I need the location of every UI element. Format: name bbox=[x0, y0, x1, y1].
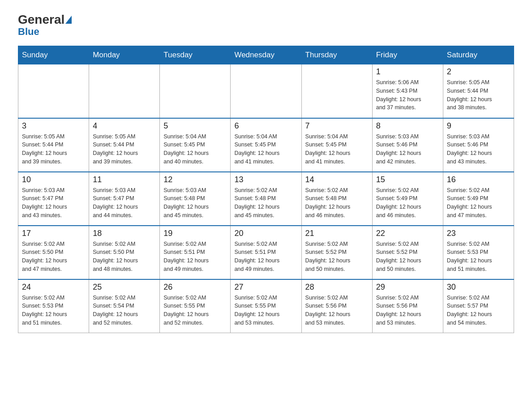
day-number: 19 bbox=[163, 229, 227, 238]
weekday-header-saturday: Saturday bbox=[443, 46, 514, 64]
day-info: Sunrise: 5:02 AM Sunset: 5:57 PM Dayligh… bbox=[447, 294, 510, 327]
calendar-cell: 29Sunrise: 5:02 AM Sunset: 5:56 PM Dayli… bbox=[372, 279, 443, 333]
day-info: Sunrise: 5:03 AM Sunset: 5:46 PM Dayligh… bbox=[447, 133, 510, 166]
day-number: 12 bbox=[163, 175, 227, 184]
calendar-cell: 12Sunrise: 5:03 AM Sunset: 5:48 PM Dayli… bbox=[160, 172, 231, 226]
day-info: Sunrise: 5:03 AM Sunset: 5:48 PM Dayligh… bbox=[163, 186, 227, 220]
day-number: 24 bbox=[22, 283, 85, 292]
calendar-cell: 19Sunrise: 5:02 AM Sunset: 5:51 PM Dayli… bbox=[160, 226, 231, 279]
day-number: 21 bbox=[305, 229, 369, 238]
day-number: 1 bbox=[376, 67, 439, 77]
day-info: Sunrise: 5:02 AM Sunset: 5:50 PM Dayligh… bbox=[93, 240, 156, 274]
weekday-header-sunday: Sunday bbox=[18, 46, 89, 64]
day-info: Sunrise: 5:04 AM Sunset: 5:45 PM Dayligh… bbox=[305, 133, 369, 166]
weekday-header-wednesday: Wednesday bbox=[231, 46, 301, 64]
day-number: 23 bbox=[447, 229, 510, 238]
calendar-cell bbox=[18, 64, 89, 118]
weekday-header-friday: Friday bbox=[372, 46, 443, 64]
day-number: 6 bbox=[234, 121, 297, 131]
calendar-cell: 22Sunrise: 5:02 AM Sunset: 5:52 PM Dayli… bbox=[372, 226, 443, 279]
day-info: Sunrise: 5:02 AM Sunset: 5:51 PM Dayligh… bbox=[234, 240, 297, 274]
calendar-cell: 25Sunrise: 5:02 AM Sunset: 5:54 PM Dayli… bbox=[89, 279, 160, 333]
weekday-header-tuesday: Tuesday bbox=[160, 46, 231, 64]
weekday-header-monday: Monday bbox=[89, 46, 160, 64]
day-number: 18 bbox=[93, 229, 156, 238]
day-number: 16 bbox=[447, 175, 510, 184]
calendar-cell bbox=[89, 64, 160, 118]
day-number: 22 bbox=[376, 229, 439, 238]
day-info: Sunrise: 5:02 AM Sunset: 5:54 PM Dayligh… bbox=[93, 294, 156, 327]
day-info: Sunrise: 5:02 AM Sunset: 5:55 PM Dayligh… bbox=[163, 294, 227, 327]
calendar-cell: 30Sunrise: 5:02 AM Sunset: 5:57 PM Dayli… bbox=[443, 279, 514, 333]
calendar-cell: 1Sunrise: 5:06 AM Sunset: 5:43 PM Daylig… bbox=[372, 64, 443, 118]
day-info: Sunrise: 5:02 AM Sunset: 5:53 PM Dayligh… bbox=[22, 294, 85, 327]
day-info: Sunrise: 5:03 AM Sunset: 5:47 PM Dayligh… bbox=[93, 186, 156, 220]
calendar-cell: 15Sunrise: 5:02 AM Sunset: 5:49 PM Dayli… bbox=[372, 172, 443, 226]
day-info: Sunrise: 5:02 AM Sunset: 5:49 PM Dayligh… bbox=[376, 186, 439, 220]
day-number: 20 bbox=[234, 229, 297, 238]
day-info: Sunrise: 5:05 AM Sunset: 5:44 PM Dayligh… bbox=[93, 133, 156, 166]
day-info: Sunrise: 5:02 AM Sunset: 5:48 PM Dayligh… bbox=[305, 186, 369, 220]
logo-blue-text: Blue bbox=[18, 27, 39, 37]
day-number: 13 bbox=[234, 175, 297, 184]
day-number: 26 bbox=[163, 283, 227, 292]
calendar-cell: 18Sunrise: 5:02 AM Sunset: 5:50 PM Dayli… bbox=[89, 226, 160, 279]
calendar-cell: 7Sunrise: 5:04 AM Sunset: 5:45 PM Daylig… bbox=[301, 118, 372, 172]
calendar-week-row: 24Sunrise: 5:02 AM Sunset: 5:53 PM Dayli… bbox=[18, 279, 514, 333]
calendar-cell: 14Sunrise: 5:02 AM Sunset: 5:48 PM Dayli… bbox=[301, 172, 372, 226]
calendar-cell: 27Sunrise: 5:02 AM Sunset: 5:55 PM Dayli… bbox=[231, 279, 301, 333]
calendar-cell: 8Sunrise: 5:03 AM Sunset: 5:46 PM Daylig… bbox=[372, 118, 443, 172]
day-info: Sunrise: 5:02 AM Sunset: 5:56 PM Dayligh… bbox=[376, 294, 439, 327]
day-info: Sunrise: 5:02 AM Sunset: 5:50 PM Dayligh… bbox=[22, 240, 85, 274]
day-number: 30 bbox=[447, 283, 510, 292]
day-number: 2 bbox=[447, 67, 510, 77]
day-number: 25 bbox=[93, 283, 156, 292]
calendar-cell: 20Sunrise: 5:02 AM Sunset: 5:51 PM Dayli… bbox=[231, 226, 301, 279]
day-number: 3 bbox=[22, 121, 85, 131]
calendar-cell: 21Sunrise: 5:02 AM Sunset: 5:52 PM Dayli… bbox=[301, 226, 372, 279]
day-number: 14 bbox=[305, 175, 369, 184]
day-info: Sunrise: 5:05 AM Sunset: 5:44 PM Dayligh… bbox=[22, 133, 85, 166]
calendar-cell: 23Sunrise: 5:02 AM Sunset: 5:53 PM Dayli… bbox=[443, 226, 514, 279]
calendar-cell: 2Sunrise: 5:05 AM Sunset: 5:44 PM Daylig… bbox=[443, 64, 514, 118]
day-number: 5 bbox=[163, 121, 227, 131]
logo-triangle-icon bbox=[65, 16, 72, 24]
calendar-cell: 5Sunrise: 5:04 AM Sunset: 5:45 PM Daylig… bbox=[160, 118, 231, 172]
calendar-week-row: 3Sunrise: 5:05 AM Sunset: 5:44 PM Daylig… bbox=[18, 118, 514, 172]
day-info: Sunrise: 5:02 AM Sunset: 5:55 PM Dayligh… bbox=[234, 294, 297, 327]
calendar-cell: 26Sunrise: 5:02 AM Sunset: 5:55 PM Dayli… bbox=[160, 279, 231, 333]
calendar-cell: 24Sunrise: 5:02 AM Sunset: 5:53 PM Dayli… bbox=[18, 279, 89, 333]
day-info: Sunrise: 5:04 AM Sunset: 5:45 PM Dayligh… bbox=[163, 133, 227, 166]
calendar-cell: 17Sunrise: 5:02 AM Sunset: 5:50 PM Dayli… bbox=[18, 226, 89, 279]
calendar-cell: 4Sunrise: 5:05 AM Sunset: 5:44 PM Daylig… bbox=[89, 118, 160, 172]
calendar-cell: 10Sunrise: 5:03 AM Sunset: 5:47 PM Dayli… bbox=[18, 172, 89, 226]
day-info: Sunrise: 5:02 AM Sunset: 5:51 PM Dayligh… bbox=[163, 240, 227, 274]
day-number: 28 bbox=[305, 283, 369, 292]
day-info: Sunrise: 5:03 AM Sunset: 5:47 PM Dayligh… bbox=[22, 186, 85, 220]
day-info: Sunrise: 5:02 AM Sunset: 5:56 PM Dayligh… bbox=[305, 294, 369, 327]
calendar-cell: 11Sunrise: 5:03 AM Sunset: 5:47 PM Dayli… bbox=[89, 172, 160, 226]
day-number: 11 bbox=[93, 175, 156, 184]
calendar-week-row: 1Sunrise: 5:06 AM Sunset: 5:43 PM Daylig… bbox=[18, 64, 514, 118]
day-number: 17 bbox=[22, 229, 85, 238]
calendar-cell bbox=[160, 64, 231, 118]
calendar-week-row: 17Sunrise: 5:02 AM Sunset: 5:50 PM Dayli… bbox=[18, 226, 514, 279]
calendar-table: SundayMondayTuesdayWednesdayThursdayFrid… bbox=[18, 46, 514, 333]
calendar-cell: 6Sunrise: 5:04 AM Sunset: 5:45 PM Daylig… bbox=[231, 118, 301, 172]
calendar-header-row: SundayMondayTuesdayWednesdayThursdayFrid… bbox=[18, 46, 514, 64]
logo: General Blue bbox=[18, 13, 72, 37]
calendar-cell: 9Sunrise: 5:03 AM Sunset: 5:46 PM Daylig… bbox=[443, 118, 514, 172]
calendar-cell: 16Sunrise: 5:02 AM Sunset: 5:49 PM Dayli… bbox=[443, 172, 514, 226]
day-info: Sunrise: 5:03 AM Sunset: 5:46 PM Dayligh… bbox=[376, 133, 439, 166]
calendar-cell: 3Sunrise: 5:05 AM Sunset: 5:44 PM Daylig… bbox=[18, 118, 89, 172]
day-number: 27 bbox=[234, 283, 297, 292]
day-info: Sunrise: 5:02 AM Sunset: 5:53 PM Dayligh… bbox=[447, 240, 510, 274]
calendar-cell: 13Sunrise: 5:02 AM Sunset: 5:48 PM Dayli… bbox=[231, 172, 301, 226]
day-number: 4 bbox=[93, 121, 156, 131]
calendar-cell bbox=[301, 64, 372, 118]
logo-general-text: General bbox=[18, 13, 72, 26]
calendar-week-row: 10Sunrise: 5:03 AM Sunset: 5:47 PM Dayli… bbox=[18, 172, 514, 226]
day-info: Sunrise: 5:02 AM Sunset: 5:49 PM Dayligh… bbox=[447, 186, 510, 220]
day-info: Sunrise: 5:02 AM Sunset: 5:52 PM Dayligh… bbox=[305, 240, 369, 274]
day-info: Sunrise: 5:02 AM Sunset: 5:52 PM Dayligh… bbox=[376, 240, 439, 274]
